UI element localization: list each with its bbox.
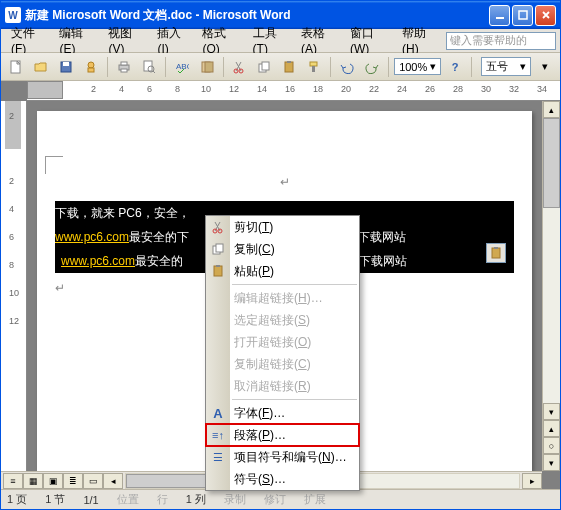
status-section: 1 节 (45, 492, 65, 507)
cm-open-hyperlink: 打开超链接(O) (206, 331, 359, 353)
cm-edit-hyperlink: 编辑超链接(H)… (206, 287, 359, 309)
cm-bullets[interactable]: ☰ 项目符号和编号(N)… (206, 446, 359, 468)
svg-rect-1 (519, 11, 527, 19)
svg-rect-4 (63, 62, 69, 66)
next-page-button[interactable]: ▾ (543, 454, 560, 471)
svg-rect-20 (287, 61, 291, 63)
outline-view-button[interactable]: ≣ (63, 473, 83, 489)
horizontal-ruler[interactable]: 246810121416182022242628303234 (27, 81, 560, 101)
font-icon: A (209, 404, 227, 422)
status-position: 位置 (117, 492, 139, 507)
scroll-down-button[interactable]: ▾ (543, 403, 560, 420)
web-view-button[interactable]: ▦ (23, 473, 43, 489)
print-button[interactable] (113, 56, 135, 78)
status-revision: 修订 (264, 492, 286, 507)
status-page: 1 页 (7, 492, 27, 507)
cm-symbol[interactable]: 符号(S)… (206, 468, 359, 490)
menubar: 文件(F) 编辑(E) 视图(V) 插入(I) 格式(O) 工具(T) 表格(A… (1, 29, 560, 53)
maximize-button[interactable] (512, 5, 533, 26)
svg-rect-23 (492, 248, 500, 258)
scroll-right-button[interactable]: ▸ (522, 473, 542, 489)
svg-point-5 (88, 62, 94, 68)
svg-rect-21 (310, 62, 317, 66)
dropdown-arrow-icon: ▾ (520, 60, 526, 73)
status-record: 录制 (224, 492, 246, 507)
scroll-thumb[interactable] (543, 118, 560, 208)
scroll-up-button[interactable]: ▴ (543, 101, 560, 118)
vertical-scrollbar[interactable]: ▴ ▾ ▴ ○ ▾ (542, 101, 560, 471)
new-doc-button[interactable] (5, 56, 27, 78)
reading-view-button[interactable]: ▭ (83, 473, 103, 489)
svg-rect-22 (312, 66, 315, 72)
cut-button[interactable] (229, 56, 251, 78)
prev-page-button[interactable]: ▴ (543, 420, 560, 437)
cm-paste[interactable]: 粘贴(P) (206, 260, 359, 282)
cm-copy-hyperlink: 复制超链接(C) (206, 353, 359, 375)
svg-rect-29 (214, 266, 222, 276)
format-painter-button[interactable] (303, 56, 325, 78)
toolbar-separator (471, 57, 472, 77)
status-column: 1 列 (186, 492, 206, 507)
cm-copy[interactable]: 复制(C) (206, 238, 359, 260)
cm-paragraph[interactable]: ≡↑ 段落(P)… (206, 424, 359, 446)
svg-rect-14 (205, 62, 213, 72)
save-button[interactable] (55, 56, 77, 78)
cm-separator (232, 399, 357, 400)
spell-check-button[interactable]: ABC (171, 56, 193, 78)
svg-rect-19 (285, 62, 293, 72)
close-button[interactable] (535, 5, 556, 26)
copy-icon (209, 240, 227, 258)
vertical-ruler[interactable]: 2 2 4 6 8 10 12 (1, 101, 27, 489)
tab-selector[interactable] (27, 81, 63, 99)
dropdown-arrow-icon: ▾ (430, 60, 436, 73)
help-search-input[interactable]: 键入需要帮助的 (446, 32, 556, 50)
browse-object-button[interactable]: ○ (543, 437, 560, 454)
toolbar-separator (107, 57, 108, 77)
ruler-scale: 246810121416182022242628303234 (71, 81, 560, 100)
paragraph-icon: ≡↑ (209, 426, 227, 444)
redo-button[interactable] (361, 56, 383, 78)
svg-rect-24 (494, 247, 498, 249)
svg-rect-28 (216, 244, 223, 252)
svg-text:ABC: ABC (176, 62, 189, 71)
app-window: W 新建 Microsoft Word 文档.doc - Microsoft W… (0, 0, 561, 510)
statusbar: 1 页 1 节 1/1 位置 行 1 列 录制 修订 扩展 (1, 489, 560, 509)
undo-button[interactable] (336, 56, 358, 78)
bullets-icon: ☰ (209, 448, 227, 466)
context-menu: 剪切(T) 复制(C) 粘贴(P) 编辑超链接(H)… 选定超链接(S) 打开超… (205, 215, 360, 491)
scroll-track[interactable] (543, 118, 560, 403)
hyperlink[interactable]: www.pc6.com (61, 250, 135, 272)
print-layout-button[interactable]: ▣ (43, 473, 63, 489)
svg-rect-0 (496, 17, 504, 19)
word-app-icon: W (5, 7, 21, 23)
copy-button[interactable] (253, 56, 275, 78)
paste-options-button[interactable] (486, 243, 506, 263)
research-button[interactable] (196, 56, 218, 78)
toolbar-separator (165, 57, 166, 77)
svg-rect-9 (121, 69, 127, 72)
font-size-dropdown[interactable]: 五号▾ (481, 57, 531, 76)
status-extend: 扩展 (304, 492, 326, 507)
help-button[interactable]: ? (444, 56, 466, 78)
permissions-button[interactable] (80, 56, 102, 78)
normal-view-button[interactable]: ≡ (3, 473, 23, 489)
toolbar-separator (330, 57, 331, 77)
paste-button[interactable] (278, 56, 300, 78)
cm-separator (232, 284, 357, 285)
cm-select-hyperlink: 选定超链接(S) (206, 309, 359, 331)
open-button[interactable] (30, 56, 52, 78)
svg-rect-6 (88, 68, 94, 72)
clipboard-icon (209, 262, 227, 280)
toolbar-separator (388, 57, 389, 77)
cm-font[interactable]: A 字体(F)… (206, 402, 359, 424)
cm-cut[interactable]: 剪切(T) (206, 216, 359, 238)
hyperlink[interactable]: www.pc6.com (55, 226, 129, 248)
minimize-button[interactable] (489, 5, 510, 26)
zoom-dropdown[interactable]: 100%▾ (394, 58, 441, 75)
print-preview-button[interactable] (138, 56, 160, 78)
svg-rect-18 (262, 62, 269, 70)
paragraph-mark: ↵ (55, 171, 514, 193)
toolbar-options-button[interactable]: ▾ (534, 56, 556, 78)
scroll-left-button[interactable]: ◂ (103, 473, 123, 489)
svg-rect-30 (216, 265, 220, 267)
